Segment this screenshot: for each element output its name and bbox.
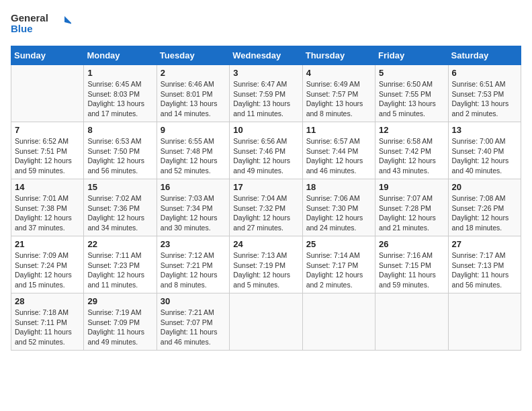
- day-info: Sunrise: 7:12 AM Sunset: 7:21 PM Dayligh…: [161, 250, 226, 290]
- day-number: 24: [233, 239, 298, 249]
- day-number: 6: [452, 68, 517, 78]
- day-info: Sunrise: 6:58 AM Sunset: 7:42 PM Dayligh…: [379, 136, 444, 176]
- day-number: 23: [161, 239, 226, 249]
- day-number: 5: [379, 68, 444, 78]
- day-number: 26: [379, 239, 444, 249]
- day-number: 16: [161, 182, 226, 192]
- day-number: 17: [233, 182, 298, 192]
- day-info: Sunrise: 7:19 AM Sunset: 7:09 PM Dayligh…: [87, 308, 152, 347]
- day-number: 20: [452, 182, 517, 192]
- day-number: 28: [15, 296, 80, 306]
- day-number: 18: [306, 182, 371, 192]
- day-number: 21: [15, 239, 80, 249]
- day-info: Sunrise: 7:21 AM Sunset: 7:07 PM Dayligh…: [161, 308, 226, 347]
- calendar-cell: 24Sunrise: 7:13 AM Sunset: 7:19 PM Dayli…: [230, 236, 302, 293]
- calendar-cell: [230, 293, 302, 351]
- calendar-cell: 8Sunrise: 6:53 AM Sunset: 7:50 PM Daylig…: [84, 122, 157, 179]
- day-info: Sunrise: 7:04 AM Sunset: 7:32 PM Dayligh…: [233, 193, 298, 233]
- logo-svg: GeneralBlue: [11, 11, 71, 38]
- weekday-header-row: SundayMondayTuesdayWednesdayThursdayFrid…: [11, 46, 521, 65]
- calendar-cell: 28Sunrise: 7:18 AM Sunset: 7:11 PM Dayli…: [11, 293, 84, 351]
- day-number: 1: [87, 68, 152, 78]
- calendar-cell: [11, 65, 84, 122]
- day-info: Sunrise: 6:53 AM Sunset: 7:50 PM Dayligh…: [87, 136, 152, 176]
- day-number: 19: [379, 182, 444, 192]
- weekday-header-cell: Saturday: [448, 46, 521, 65]
- day-info: Sunrise: 7:01 AM Sunset: 7:38 PM Dayligh…: [15, 193, 80, 233]
- svg-text:General: General: [11, 12, 48, 24]
- logo: GeneralBlue: [11, 11, 71, 38]
- calendar-week-row: 7Sunrise: 6:52 AM Sunset: 7:51 PM Daylig…: [11, 122, 521, 179]
- day-info: Sunrise: 6:57 AM Sunset: 7:44 PM Dayligh…: [306, 136, 371, 176]
- calendar-week-row: 1Sunrise: 6:45 AM Sunset: 8:03 PM Daylig…: [11, 65, 521, 122]
- calendar-cell: 23Sunrise: 7:12 AM Sunset: 7:21 PM Dayli…: [157, 236, 229, 293]
- day-info: Sunrise: 7:09 AM Sunset: 7:24 PM Dayligh…: [15, 250, 80, 290]
- day-number: 9: [161, 125, 226, 135]
- calendar-cell: 9Sunrise: 6:55 AM Sunset: 7:48 PM Daylig…: [157, 122, 229, 179]
- day-info: Sunrise: 7:14 AM Sunset: 7:17 PM Dayligh…: [306, 250, 371, 290]
- calendar-cell: 4Sunrise: 6:49 AM Sunset: 7:57 PM Daylig…: [302, 65, 375, 122]
- calendar-cell: 18Sunrise: 7:06 AM Sunset: 7:30 PM Dayli…: [302, 179, 375, 236]
- calendar-cell: 16Sunrise: 7:03 AM Sunset: 7:34 PM Dayli…: [157, 179, 229, 236]
- weekday-header-cell: Sunday: [11, 46, 84, 65]
- day-info: Sunrise: 6:52 AM Sunset: 7:51 PM Dayligh…: [15, 136, 80, 176]
- calendar-cell: 30Sunrise: 7:21 AM Sunset: 7:07 PM Dayli…: [157, 293, 229, 351]
- calendar-cell: 7Sunrise: 6:52 AM Sunset: 7:51 PM Daylig…: [11, 122, 84, 179]
- calendar-cell: 13Sunrise: 7:00 AM Sunset: 7:40 PM Dayli…: [448, 122, 521, 179]
- calendar-cell: 14Sunrise: 7:01 AM Sunset: 7:38 PM Dayli…: [11, 179, 84, 236]
- day-number: 15: [87, 182, 152, 192]
- weekday-header-cell: Monday: [84, 46, 157, 65]
- calendar-cell: 27Sunrise: 7:17 AM Sunset: 7:13 PM Dayli…: [448, 236, 521, 293]
- day-info: Sunrise: 6:51 AM Sunset: 7:53 PM Dayligh…: [452, 79, 517, 119]
- calendar-cell: 12Sunrise: 6:58 AM Sunset: 7:42 PM Dayli…: [375, 122, 448, 179]
- calendar-body: 1Sunrise: 6:45 AM Sunset: 8:03 PM Daylig…: [11, 65, 521, 351]
- calendar-cell: 2Sunrise: 6:46 AM Sunset: 8:01 PM Daylig…: [157, 65, 229, 122]
- calendar-cell: 17Sunrise: 7:04 AM Sunset: 7:32 PM Dayli…: [230, 179, 302, 236]
- svg-marker-0: [64, 16, 71, 24]
- day-info: Sunrise: 7:13 AM Sunset: 7:19 PM Dayligh…: [233, 250, 298, 290]
- day-info: Sunrise: 6:46 AM Sunset: 8:01 PM Dayligh…: [161, 79, 226, 119]
- day-number: 29: [87, 296, 152, 306]
- day-info: Sunrise: 6:55 AM Sunset: 7:48 PM Dayligh…: [161, 136, 226, 176]
- calendar-cell: 26Sunrise: 7:16 AM Sunset: 7:15 PM Dayli…: [375, 236, 448, 293]
- calendar-header: SundayMondayTuesdayWednesdayThursdayFrid…: [11, 46, 521, 65]
- calendar-cell: 1Sunrise: 6:45 AM Sunset: 8:03 PM Daylig…: [84, 65, 157, 122]
- day-info: Sunrise: 7:03 AM Sunset: 7:34 PM Dayligh…: [161, 193, 226, 233]
- day-number: 13: [452, 125, 517, 135]
- day-number: 25: [306, 239, 371, 249]
- calendar-cell: 15Sunrise: 7:02 AM Sunset: 7:36 PM Dayli…: [84, 179, 157, 236]
- calendar-cell: 20Sunrise: 7:08 AM Sunset: 7:26 PM Dayli…: [448, 179, 521, 236]
- day-number: 12: [379, 125, 444, 135]
- calendar-cell: 5Sunrise: 6:50 AM Sunset: 7:55 PM Daylig…: [375, 65, 448, 122]
- calendar-week-row: 28Sunrise: 7:18 AM Sunset: 7:11 PM Dayli…: [11, 293, 521, 351]
- day-info: Sunrise: 6:49 AM Sunset: 7:57 PM Dayligh…: [306, 79, 371, 119]
- weekday-header-cell: Thursday: [302, 46, 375, 65]
- calendar-cell: 29Sunrise: 7:19 AM Sunset: 7:09 PM Dayli…: [84, 293, 157, 351]
- day-number: 3: [233, 68, 298, 78]
- day-number: 22: [87, 239, 152, 249]
- day-info: Sunrise: 7:00 AM Sunset: 7:40 PM Dayligh…: [452, 136, 517, 176]
- day-info: Sunrise: 7:17 AM Sunset: 7:13 PM Dayligh…: [452, 250, 517, 290]
- weekday-header-cell: Wednesday: [230, 46, 302, 65]
- day-info: Sunrise: 7:18 AM Sunset: 7:11 PM Dayligh…: [15, 308, 80, 347]
- calendar-cell: 10Sunrise: 6:56 AM Sunset: 7:46 PM Dayli…: [230, 122, 302, 179]
- day-number: 27: [452, 239, 517, 249]
- day-number: 8: [87, 125, 152, 135]
- day-info: Sunrise: 7:16 AM Sunset: 7:15 PM Dayligh…: [379, 250, 444, 290]
- calendar-cell: 25Sunrise: 7:14 AM Sunset: 7:17 PM Dayli…: [302, 236, 375, 293]
- calendar-cell: [302, 293, 375, 351]
- calendar-cell: 6Sunrise: 6:51 AM Sunset: 7:53 PM Daylig…: [448, 65, 521, 122]
- calendar-week-row: 14Sunrise: 7:01 AM Sunset: 7:38 PM Dayli…: [11, 179, 521, 236]
- calendar-cell: 22Sunrise: 7:11 AM Sunset: 7:23 PM Dayli…: [84, 236, 157, 293]
- calendar-week-row: 21Sunrise: 7:09 AM Sunset: 7:24 PM Dayli…: [11, 236, 521, 293]
- day-info: Sunrise: 7:08 AM Sunset: 7:26 PM Dayligh…: [452, 193, 517, 233]
- day-number: 7: [15, 125, 80, 135]
- day-number: 4: [306, 68, 371, 78]
- calendar-cell: 21Sunrise: 7:09 AM Sunset: 7:24 PM Dayli…: [11, 236, 84, 293]
- day-info: Sunrise: 7:06 AM Sunset: 7:30 PM Dayligh…: [306, 193, 371, 233]
- calendar-table: SundayMondayTuesdayWednesdayThursdayFrid…: [11, 46, 521, 351]
- weekday-header-cell: Friday: [375, 46, 448, 65]
- day-number: 14: [15, 182, 80, 192]
- day-number: 10: [233, 125, 298, 135]
- calendar-cell: 11Sunrise: 6:57 AM Sunset: 7:44 PM Dayli…: [302, 122, 375, 179]
